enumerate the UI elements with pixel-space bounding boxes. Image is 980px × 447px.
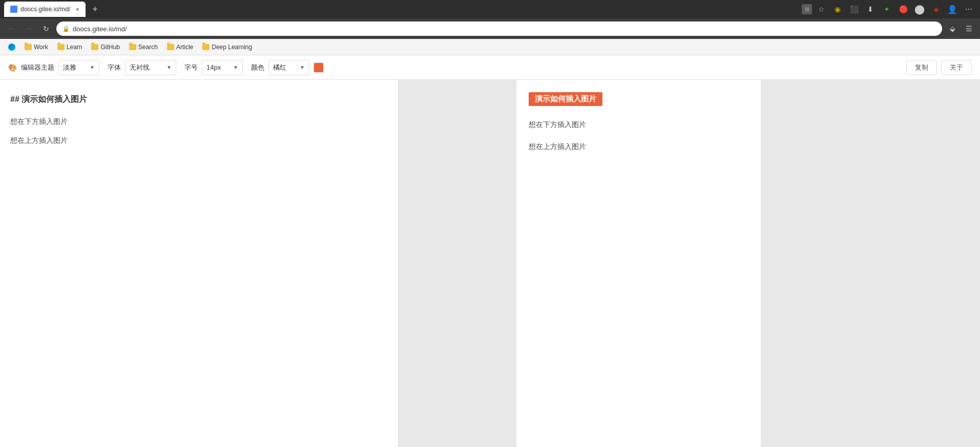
folder-icon-search bbox=[129, 44, 136, 50]
color-label: 颜色 bbox=[251, 63, 264, 72]
ext-icon-3[interactable]: ⬛ bbox=[847, 2, 861, 16]
active-tab[interactable]: doocs.gitee.io/md/ ✕ bbox=[4, 2, 86, 17]
color-value: 橘红 bbox=[273, 63, 286, 72]
bookmark-deep-learning[interactable]: Deep Learning bbox=[198, 42, 256, 52]
bookmark-search-label: Search bbox=[138, 44, 158, 51]
ext-icon-1[interactable]: ⊞ bbox=[802, 4, 812, 14]
preview-para2: 想在上方插入图片 bbox=[529, 140, 748, 153]
bookmark-work[interactable]: Work bbox=[20, 42, 52, 52]
size-select[interactable]: 14px ▼ bbox=[202, 60, 243, 75]
font-group: 字体 无衬线 ▼ bbox=[108, 60, 176, 75]
main-content: ## 演示如何插入图片 想在下方插入图片 想在上方插入图片 演示如何插入图片 想… bbox=[0, 80, 980, 447]
tab-title: doocs.gitee.io/md/ bbox=[20, 6, 70, 13]
color-select[interactable]: 橘红 ▼ bbox=[268, 60, 309, 75]
bookmark-edge[interactable] bbox=[4, 42, 19, 52]
copy-button[interactable]: 复制 bbox=[906, 60, 937, 75]
lock-icon: 🔒 bbox=[62, 26, 70, 32]
address-bar[interactable]: 🔒 doocs.gitee.io/md/ bbox=[56, 22, 942, 36]
nav-ext-2[interactable]: ☰ bbox=[962, 22, 976, 36]
bookmark-github[interactable]: GitHub bbox=[87, 42, 123, 52]
refresh-button[interactable]: ↻ bbox=[39, 22, 53, 36]
color-swatch[interactable] bbox=[314, 62, 324, 73]
about-button[interactable]: 关于 bbox=[941, 60, 972, 75]
browser-actions: ⊞ ☆ ◉ ⬛ ⬇ ✦ 🔴 ⬤ ◈ 👤 ⋯ bbox=[802, 2, 976, 16]
bookmark-github-label: GitHub bbox=[100, 44, 119, 51]
right-empty-area bbox=[761, 80, 981, 447]
preview-panel: 演示如何插入图片 想在下方插入图片 想在上方插入图片 bbox=[516, 80, 761, 447]
profile-icon[interactable]: 👤 bbox=[945, 2, 960, 16]
browser-menu-icon[interactable]: ⋯ bbox=[962, 2, 976, 16]
bookmark-article-label: Article bbox=[176, 44, 193, 51]
tab-favicon bbox=[10, 6, 17, 13]
edge-logo-icon bbox=[8, 44, 15, 51]
editor-line1: ## 演示如何插入图片 bbox=[10, 92, 388, 107]
theme-arrow-icon: ▼ bbox=[90, 65, 95, 70]
bookmark-deep-learning-label: Deep Learning bbox=[212, 44, 252, 51]
theme-value: 淡雅 bbox=[63, 63, 76, 72]
font-value: 无衬线 bbox=[130, 63, 150, 72]
ext-icon-5[interactable]: ✦ bbox=[880, 2, 894, 16]
folder-icon-github bbox=[91, 44, 98, 50]
folder-icon-work bbox=[25, 44, 32, 50]
font-arrow-icon: ▼ bbox=[166, 65, 172, 70]
nav-actions: ⬙ ☰ bbox=[945, 22, 976, 36]
bookmark-work-label: Work bbox=[34, 44, 48, 51]
ext-icon-8[interactable]: ◈ bbox=[929, 2, 943, 16]
nav-ext-1[interactable]: ⬙ bbox=[945, 22, 960, 36]
bookmark-learn-label: Learn bbox=[67, 44, 82, 51]
navigation-bar: ← → ↻ 🔒 doocs.gitee.io/md/ ⬙ ☰ bbox=[0, 18, 980, 39]
theme-group: 🎨 编辑器主题 淡雅 ▼ bbox=[8, 60, 99, 75]
theme-select[interactable]: 淡雅 ▼ bbox=[58, 60, 99, 75]
theme-label: 编辑器主题 bbox=[21, 63, 54, 72]
divider-panel bbox=[399, 80, 516, 447]
toolbar-right: 复制 关于 bbox=[906, 60, 972, 75]
back-button[interactable]: ← bbox=[4, 22, 18, 36]
ext-icon-7[interactable]: ⬤ bbox=[912, 2, 927, 16]
tab-close-icon[interactable]: ✕ bbox=[75, 7, 79, 12]
url-text: doocs.gitee.io/md/ bbox=[73, 25, 127, 33]
theme-icon: 🎨 bbox=[8, 63, 17, 72]
favorites-icon[interactable]: ☆ bbox=[814, 2, 828, 16]
size-group: 字号 14px ▼ bbox=[184, 60, 243, 75]
new-tab-button[interactable]: + bbox=[88, 2, 102, 16]
size-arrow-icon: ▼ bbox=[233, 65, 238, 70]
size-value: 14px bbox=[206, 63, 221, 71]
bookmark-learn[interactable]: Learn bbox=[53, 42, 87, 52]
editor-toolbar: 🎨 编辑器主题 淡雅 ▼ 字体 无衬线 ▼ 字号 14px ▼ 颜色 橘红 ▼ … bbox=[0, 55, 980, 80]
bookmark-search[interactable]: Search bbox=[125, 42, 162, 52]
font-label: 字体 bbox=[108, 63, 121, 72]
preview-heading: 演示如何插入图片 bbox=[529, 92, 602, 106]
editor-panel[interactable]: ## 演示如何插入图片 想在下方插入图片 想在上方插入图片 bbox=[0, 80, 399, 447]
editor-line3: 想在上方插入图片 bbox=[10, 134, 388, 147]
ext-icon-2[interactable]: ◉ bbox=[830, 2, 845, 16]
size-label: 字号 bbox=[184, 63, 198, 72]
folder-icon-deep-learning bbox=[202, 44, 210, 50]
bookmark-article[interactable]: Article bbox=[163, 42, 197, 52]
bookmarks-bar: Work Learn GitHub Search Article Deep Le… bbox=[0, 39, 980, 55]
color-group: 颜色 橘红 ▼ bbox=[251, 60, 324, 75]
ext-icon-4[interactable]: ⬇ bbox=[863, 2, 878, 16]
color-arrow-icon: ▼ bbox=[300, 65, 305, 70]
tab-bar: doocs.gitee.io/md/ ✕ + ⊞ ☆ ◉ ⬛ ⬇ ✦ 🔴 ⬤ ◈… bbox=[0, 0, 980, 18]
editor-line2: 想在下方插入图片 bbox=[10, 115, 388, 128]
ext-icon-6[interactable]: 🔴 bbox=[896, 2, 910, 16]
forward-button[interactable]: → bbox=[22, 22, 36, 36]
font-select[interactable]: 无衬线 ▼ bbox=[125, 60, 176, 75]
preview-para1: 想在下方插入图片 bbox=[529, 118, 748, 131]
folder-icon-learn bbox=[57, 44, 65, 50]
editor-content: ## 演示如何插入图片 想在下方插入图片 想在上方插入图片 bbox=[10, 92, 388, 147]
folder-icon-article bbox=[167, 44, 174, 50]
